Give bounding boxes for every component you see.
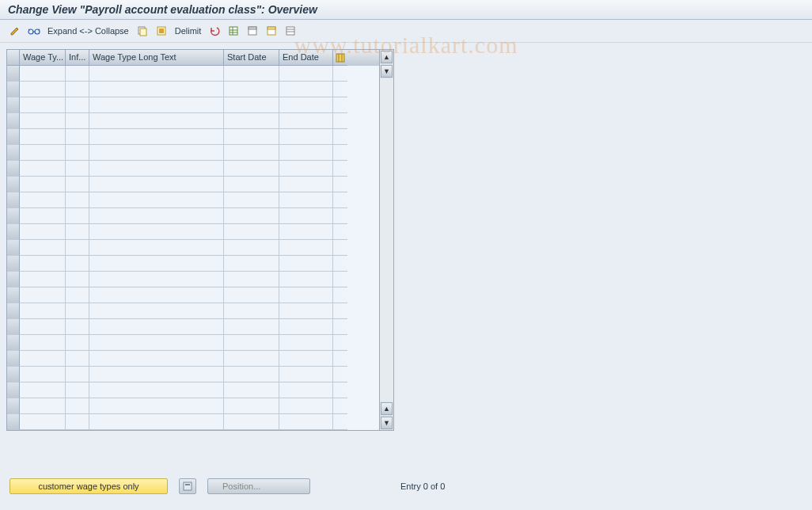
row-selector[interactable]	[7, 145, 20, 161]
cell[interactable]	[279, 224, 333, 240]
cell[interactable]	[224, 272, 279, 287]
cell[interactable]	[20, 66, 66, 82]
cell[interactable]	[279, 367, 333, 382]
scroll-up-icon[interactable]: ▲	[381, 51, 393, 63]
cell[interactable]	[20, 256, 66, 272]
cell[interactable]	[66, 335, 89, 351]
cell[interactable]	[66, 161, 89, 177]
table-row[interactable]	[20, 208, 379, 224]
cell[interactable]	[279, 272, 333, 287]
cell[interactable]	[224, 398, 279, 414]
cell[interactable]	[279, 145, 333, 161]
cell[interactable]	[20, 367, 66, 382]
cell[interactable]	[66, 398, 89, 414]
cell[interactable]	[224, 113, 279, 129]
row-selector[interactable]	[7, 82, 20, 97]
col-header-wage-long[interactable]: Wage Type Long Text	[89, 50, 224, 66]
table-row[interactable]	[20, 414, 379, 430]
cell[interactable]	[66, 208, 89, 224]
cell[interactable]	[20, 97, 66, 113]
cell[interactable]	[20, 161, 66, 177]
cell[interactable]	[66, 272, 89, 287]
cell[interactable]	[279, 351, 333, 367]
row-selector[interactable]	[7, 97, 20, 113]
row-selector[interactable]	[7, 335, 20, 351]
cell[interactable]	[66, 66, 89, 82]
cell[interactable]	[279, 303, 333, 319]
cell[interactable]	[66, 240, 89, 256]
scroll-down-icon[interactable]: ▼	[381, 417, 393, 429]
cell[interactable]	[89, 82, 224, 97]
cell[interactable]	[66, 145, 89, 161]
table-row[interactable]	[20, 256, 379, 272]
cell[interactable]	[89, 145, 224, 161]
table-row[interactable]	[20, 113, 379, 129]
cell[interactable]	[224, 319, 279, 335]
expand-collapse-label[interactable]: Expand <-> Collapse	[46, 26, 131, 36]
cell[interactable]	[20, 382, 66, 398]
cell[interactable]	[20, 113, 66, 129]
cell[interactable]	[224, 177, 279, 192]
cell[interactable]	[66, 319, 89, 335]
table-row[interactable]	[20, 303, 379, 319]
cell[interactable]	[279, 161, 333, 177]
row-selector[interactable]	[7, 177, 20, 192]
customer-wage-types-button[interactable]: customer wage types only	[9, 478, 168, 494]
cell[interactable]	[279, 82, 333, 97]
cell[interactable]	[279, 208, 333, 224]
table-row[interactable]	[20, 287, 379, 303]
cell[interactable]	[20, 192, 66, 208]
cell[interactable]	[20, 177, 66, 192]
undo-icon[interactable]	[207, 24, 222, 38]
row-selector[interactable]	[7, 287, 20, 303]
cell[interactable]	[66, 256, 89, 272]
table-row[interactable]	[20, 224, 379, 240]
cell[interactable]	[89, 319, 224, 335]
cell[interactable]	[20, 398, 66, 414]
cell[interactable]	[20, 82, 66, 97]
cell[interactable]	[89, 367, 224, 382]
row-selector[interactable]	[7, 319, 20, 335]
row-selector[interactable]	[7, 351, 20, 367]
cell[interactable]	[20, 272, 66, 287]
cell[interactable]	[224, 351, 279, 367]
cell[interactable]	[279, 240, 333, 256]
cell[interactable]	[224, 287, 279, 303]
row-selector[interactable]	[7, 367, 20, 382]
cell[interactable]	[224, 335, 279, 351]
cell[interactable]	[224, 129, 279, 145]
cell[interactable]	[89, 414, 224, 430]
cell[interactable]	[224, 414, 279, 430]
table-icon-4[interactable]	[283, 24, 298, 38]
cell[interactable]	[20, 287, 66, 303]
cell[interactable]	[224, 256, 279, 272]
cell[interactable]	[224, 303, 279, 319]
table-row[interactable]	[20, 335, 379, 351]
table-row[interactable]	[20, 177, 379, 192]
row-selector[interactable]	[7, 303, 20, 319]
row-selector[interactable]	[7, 414, 20, 430]
cell[interactable]	[279, 335, 333, 351]
cell[interactable]	[20, 303, 66, 319]
table-row[interactable]	[20, 161, 379, 177]
cell[interactable]	[224, 224, 279, 240]
cell[interactable]	[66, 177, 89, 192]
col-header-inf[interactable]: Inf...	[66, 50, 89, 66]
cell[interactable]	[224, 145, 279, 161]
select-all-icon[interactable]	[154, 24, 169, 38]
cell[interactable]	[20, 224, 66, 240]
cell[interactable]	[89, 224, 224, 240]
cell[interactable]	[279, 382, 333, 398]
cell[interactable]	[20, 335, 66, 351]
cell[interactable]	[89, 351, 224, 367]
col-header-start-date[interactable]: Start Date	[224, 50, 279, 66]
cell[interactable]	[20, 351, 66, 367]
cell[interactable]	[89, 161, 224, 177]
row-selector[interactable]	[7, 113, 20, 129]
scroll-track[interactable]	[380, 78, 393, 402]
cell[interactable]	[279, 129, 333, 145]
cell[interactable]	[66, 367, 89, 382]
cell[interactable]	[224, 66, 279, 82]
cell[interactable]	[20, 145, 66, 161]
row-selector[interactable]	[7, 129, 20, 145]
